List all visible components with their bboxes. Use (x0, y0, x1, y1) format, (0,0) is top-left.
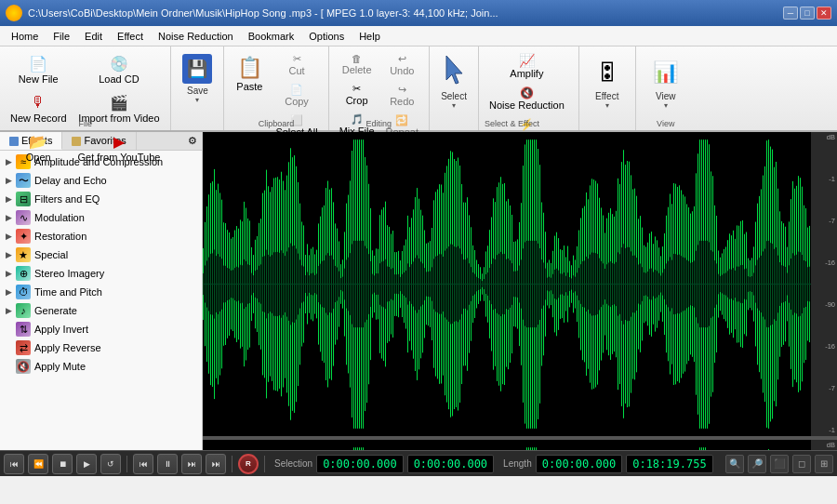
new-file-button[interactable]: 📄 New File (6, 50, 72, 87)
minimize-button[interactable]: ─ (783, 7, 798, 20)
special-arrow: ▶ (6, 250, 12, 259)
effect-button[interactable]: 🎛 Effect ▾ (585, 50, 630, 123)
sidebar-list: ▶ ≈ Amplitude and Compression ▶ 〜 Delay … (0, 151, 202, 450)
restoration-label: Restoration (34, 231, 86, 242)
sidebar-item-filters[interactable]: ▶ ⊟ Filters and EQ (0, 190, 202, 208)
loop-button[interactable]: ↺ (100, 454, 121, 474)
menu-options[interactable]: Options (301, 29, 352, 44)
sidebar-item-time[interactable]: ▶ ⏱ Time and Pitch (0, 283, 202, 301)
open-button[interactable]: 📂 Open (6, 128, 72, 166)
menu-file[interactable]: File (46, 29, 77, 44)
zoom-fit-button[interactable]: ◻ (792, 455, 811, 473)
go-start-button[interactable]: ⏮ (4, 454, 24, 474)
sidebar-item-stereo[interactable]: ▶ ⊕ Stereo Imagery (0, 264, 202, 283)
ribbon-view-area: 📊 View ▾ View (636, 46, 696, 130)
sidebar: Effects Favorites ⚙ ▶ ≈ Amplitude and Co… (0, 132, 203, 450)
maximize-button[interactable]: □ (800, 7, 815, 20)
stop-button[interactable]: ⏹ (52, 454, 73, 474)
redo-label: Redo (390, 96, 414, 107)
db-scale-bottom: dB -1 -7 -16 -90 -16 -7 -1 (811, 440, 837, 450)
select-button[interactable]: Select ▾ (430, 46, 479, 130)
menu-noise-reduction[interactable]: Noise Reduction (151, 29, 241, 44)
filters-arrow: ▶ (6, 194, 12, 204)
menu-edit[interactable]: Edit (77, 29, 110, 44)
get-youtube-button[interactable]: ▶ Get from YouTube (73, 128, 166, 166)
select-cursor-icon (437, 50, 471, 91)
menu-home[interactable]: Home (4, 29, 46, 44)
go-end-button[interactable]: ⏭ (206, 454, 226, 474)
filters-icon: ⊟ (16, 192, 31, 206)
close-button[interactable]: ✕ (817, 7, 831, 20)
sidebar-item-restoration[interactable]: ▶ ✦ Restoration (0, 227, 202, 245)
waveform-canvas-top (203, 132, 811, 436)
noise-reduction-icon: 🔇 (520, 86, 534, 99)
rewind-button[interactable]: ⏪ (28, 454, 48, 474)
undo-label: Undo (390, 65, 414, 76)
sidebar-item-generate[interactable]: ▶ ♪ Generate (0, 301, 202, 320)
editing-group-label: Editing (366, 119, 392, 128)
effect-arrow: ▾ (605, 101, 609, 110)
view-group-label: View (657, 119, 674, 128)
time-icon: ⏱ (16, 285, 31, 299)
ribbon-save-area: 💾 Save ▾ (171, 46, 224, 130)
save-button[interactable]: 💾 Save ▾ (177, 50, 218, 117)
sidebar-item-special[interactable]: ▶ ★ Special (0, 245, 202, 264)
sidebar-item-invert[interactable]: ▶ ⇅ Apply Invert (0, 320, 202, 338)
load-cd-button[interactable]: 💿 Load CD (73, 50, 166, 87)
effect-label: Effect (595, 91, 618, 101)
menu-help[interactable]: Help (352, 29, 388, 44)
delete-button[interactable]: 🗑 Delete (335, 50, 379, 78)
youtube-icon: ▶ (109, 131, 129, 152)
generate-label: Generate (34, 305, 77, 316)
delete-label: Delete (342, 64, 372, 75)
amplify-button[interactable]: 📈 Amplify (485, 50, 569, 82)
copy-button[interactable]: 📄 Copy (271, 81, 322, 110)
noise-reduction-button[interactable]: 🔇 Noise Reduction (485, 84, 569, 113)
redo-button[interactable]: ↪ Redo (381, 81, 423, 110)
waveform-top[interactable] (203, 132, 811, 436)
file-group-label: File (78, 119, 92, 128)
sidebar-options-btn[interactable]: ⚙ (183, 132, 202, 150)
next-button[interactable]: ⏭ (181, 454, 202, 474)
amplify-icon: 📈 (519, 53, 535, 68)
new-record-label: New Record (10, 113, 67, 124)
cut-button[interactable]: ✂ Cut (271, 50, 322, 79)
paste-icon: 📋 (236, 55, 262, 81)
redo-icon: ↪ (398, 84, 406, 96)
ribbon-group-select-effect: 📈 Amplify 🔇 Noise Reduction ⚡ Speed Chan… (479, 46, 579, 130)
sidebar-item-delay[interactable]: ▶ 〜 Delay and Echo (0, 171, 202, 190)
view-label: View (656, 91, 676, 101)
waveform-bottom[interactable] (203, 440, 811, 450)
restoration-icon: ✦ (16, 229, 31, 244)
paste-button[interactable]: 📋 Paste (230, 50, 269, 95)
selection-start-time: 0:00:00.000 (316, 455, 403, 473)
zoom-out-button[interactable]: 🔎 (748, 455, 766, 473)
sidebar-item-reverse[interactable]: ▶ ⇄ Apply Reverse (0, 338, 202, 357)
paste-label: Paste (236, 81, 262, 92)
window-controls: ─ □ ✕ (783, 7, 831, 20)
ribbon-home-tab: 📄 New File 🎙 New Record 📂 Open 💿 (0, 46, 837, 130)
sidebar-item-mute[interactable]: ▶ 🔇 Apply Mute (0, 357, 202, 376)
zoom-full-button[interactable]: ⊞ (815, 455, 833, 473)
crop-button[interactable]: ✂ Crop (335, 80, 379, 109)
pause-button[interactable]: ⏸ (157, 454, 178, 474)
open-label: Open (26, 152, 51, 163)
record-button[interactable]: R (238, 454, 259, 474)
new-record-button[interactable]: 🎙 New Record (6, 89, 72, 126)
prev-button[interactable]: ⏮ (133, 454, 153, 474)
reverse-label: Apply Reverse (34, 342, 101, 353)
play-button[interactable]: ▶ (76, 454, 97, 474)
zoom-in-button[interactable]: 🔍 (725, 455, 744, 473)
undo-button[interactable]: ↩ Undo (381, 50, 423, 79)
restoration-arrow: ▶ (6, 232, 12, 241)
select-effect-group-label: Select & Effect (485, 119, 539, 128)
length-end-time: 0:18:19.755 (626, 455, 712, 473)
generate-icon: ♪ (16, 303, 31, 318)
menu-effect[interactable]: Effect (110, 29, 151, 44)
zoom-selection-button[interactable]: ⬛ (770, 455, 789, 473)
load-cd-icon: 💿 (109, 53, 129, 73)
selection-label: Selection (274, 458, 312, 469)
menu-bookmark[interactable]: Bookmark (241, 29, 302, 44)
view-button[interactable]: 📊 View ▾ (642, 50, 690, 123)
sidebar-item-modulation[interactable]: ▶ ∿ Modulation (0, 208, 202, 227)
